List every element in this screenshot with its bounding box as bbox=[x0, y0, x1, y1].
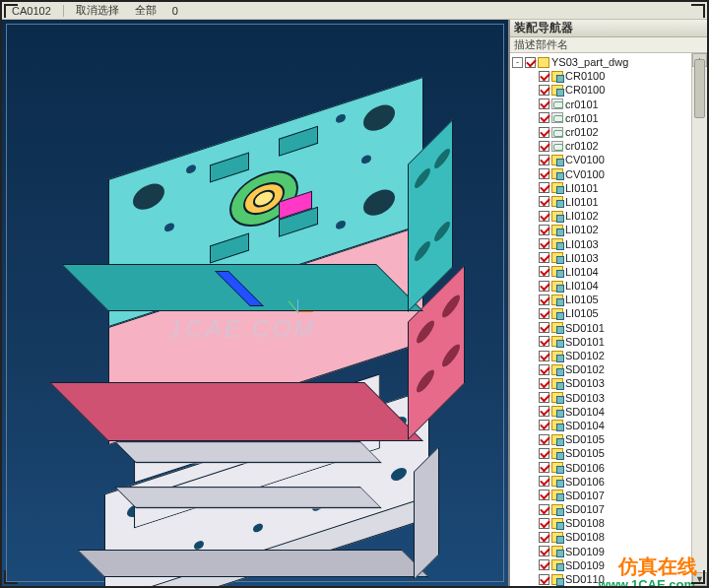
tree-node[interactable]: SD0107 bbox=[512, 502, 707, 516]
part-icon bbox=[551, 85, 563, 96]
visibility-checkbox[interactable] bbox=[539, 532, 549, 543]
tree-node-label: LI0105 bbox=[565, 307, 599, 319]
tree-node[interactable]: cr0101 bbox=[512, 98, 707, 111]
visibility-checkbox[interactable] bbox=[539, 351, 549, 361]
tree-root-node[interactable]: -YS03_part_dwg bbox=[512, 55, 707, 69]
visibility-checkbox[interactable] bbox=[539, 252, 549, 263]
tree-node-label: cr0101 bbox=[565, 98, 599, 110]
tree-node-label: LI0102 bbox=[565, 210, 599, 222]
tree-node[interactable]: SD0105 bbox=[512, 446, 707, 460]
expand-toggle-icon[interactable]: - bbox=[512, 57, 523, 68]
a-plate[interactable] bbox=[108, 89, 423, 305]
visibility-checkbox[interactable] bbox=[539, 462, 549, 473]
visibility-checkbox[interactable] bbox=[539, 211, 549, 222]
visibility-checkbox[interactable] bbox=[539, 238, 549, 249]
tree-node[interactable]: LI0102 bbox=[512, 209, 707, 223]
visibility-checkbox[interactable] bbox=[539, 196, 549, 207]
visibility-checkbox[interactable] bbox=[539, 546, 549, 556]
tree-node[interactable]: SD0108 bbox=[512, 516, 707, 530]
frame-corner-icon bbox=[691, 4, 705, 18]
visibility-checkbox[interactable] bbox=[539, 112, 549, 123]
visibility-checkbox[interactable] bbox=[539, 168, 549, 179]
visibility-checkbox[interactable] bbox=[539, 518, 549, 529]
toolbar-deselect-button[interactable]: 取消选择 bbox=[72, 3, 123, 18]
tree-node[interactable]: SD0107 bbox=[512, 489, 707, 502]
tree-node-label: SD0104 bbox=[565, 406, 605, 418]
visibility-checkbox[interactable] bbox=[539, 364, 549, 375]
expand-toggle-icon bbox=[526, 281, 537, 292]
tree-node[interactable]: LI0104 bbox=[512, 279, 707, 293]
visibility-checkbox[interactable] bbox=[539, 294, 549, 305]
visibility-checkbox[interactable] bbox=[525, 57, 536, 68]
model-assembly[interactable] bbox=[51, 69, 445, 522]
tree-node[interactable]: CV0100 bbox=[512, 153, 707, 166]
expand-toggle-icon bbox=[526, 532, 537, 543]
tree-node[interactable]: SD0102 bbox=[512, 362, 707, 376]
visibility-checkbox[interactable] bbox=[539, 420, 549, 430]
visibility-checkbox[interactable] bbox=[539, 490, 549, 500]
expand-toggle-icon bbox=[526, 196, 537, 207]
assembly-navigator-column-header[interactable]: 描述部件名 bbox=[510, 37, 707, 53]
expand-toggle-icon bbox=[526, 462, 537, 473]
visibility-checkbox[interactable] bbox=[539, 574, 549, 585]
visibility-checkbox[interactable] bbox=[539, 434, 549, 445]
tree-node[interactable]: SD0106 bbox=[512, 475, 707, 489]
tree-node[interactable]: LI0103 bbox=[512, 236, 707, 250]
visibility-checkbox[interactable] bbox=[539, 225, 549, 235]
tree-node[interactable]: SD0102 bbox=[512, 349, 707, 362]
graphics-viewport[interactable]: 1CAE.COM bbox=[2, 20, 508, 586]
visibility-checkbox[interactable] bbox=[539, 85, 549, 96]
visibility-checkbox[interactable] bbox=[539, 392, 549, 403]
visibility-checkbox[interactable] bbox=[539, 406, 549, 417]
tree-node[interactable]: cr0102 bbox=[512, 125, 707, 139]
toolbar-scope-button[interactable]: 全部 bbox=[131, 3, 161, 18]
visibility-checkbox[interactable] bbox=[539, 155, 549, 165]
tree-node[interactable]: LI0103 bbox=[512, 251, 707, 265]
tree-node[interactable]: LI0102 bbox=[512, 223, 707, 236]
tree-node[interactable]: CV0100 bbox=[512, 167, 707, 181]
tree-node[interactable]: LI0104 bbox=[512, 265, 707, 279]
tree-node[interactable]: SD0106 bbox=[512, 460, 707, 474]
tree-node[interactable]: LI0105 bbox=[512, 306, 707, 320]
visibility-checkbox[interactable] bbox=[539, 378, 549, 389]
visibility-checkbox[interactable] bbox=[539, 98, 549, 109]
visibility-checkbox[interactable] bbox=[539, 182, 549, 193]
scroll-thumb[interactable] bbox=[694, 59, 705, 118]
tree-node[interactable]: SD0101 bbox=[512, 321, 707, 335]
assembly-tree[interactable]: -YS03_part_dwgCR0100CR0100cr0101cr0101cr… bbox=[510, 53, 707, 586]
tree-node[interactable]: SD0104 bbox=[512, 405, 707, 419]
tree-node[interactable]: SD0101 bbox=[512, 335, 707, 349]
visibility-checkbox[interactable] bbox=[539, 266, 549, 277]
navigator-scrollbar[interactable]: ▲ ▼ bbox=[691, 53, 707, 586]
visibility-checkbox[interactable] bbox=[539, 504, 549, 515]
linked-part-icon bbox=[551, 127, 563, 138]
visibility-checkbox[interactable] bbox=[539, 476, 549, 487]
visibility-checkbox[interactable] bbox=[539, 559, 549, 570]
tree-node[interactable]: CR0100 bbox=[512, 83, 707, 97]
visibility-checkbox[interactable] bbox=[539, 308, 549, 319]
visibility-checkbox[interactable] bbox=[539, 322, 549, 333]
tree-node[interactable]: cr0102 bbox=[512, 139, 707, 153]
visibility-checkbox[interactable] bbox=[539, 281, 549, 292]
visibility-checkbox[interactable] bbox=[539, 141, 549, 152]
tree-node[interactable]: LI0101 bbox=[512, 181, 707, 195]
watermark-brand-cn: 仿真在线 bbox=[618, 555, 697, 577]
tree-node[interactable]: SD0104 bbox=[512, 419, 707, 432]
tree-node[interactable]: LI0105 bbox=[512, 293, 707, 306]
visibility-checkbox[interactable] bbox=[539, 127, 549, 138]
tree-node[interactable]: cr0101 bbox=[512, 111, 707, 125]
tree-node[interactable]: SD0105 bbox=[512, 432, 707, 446]
tree-node[interactable]: LI0101 bbox=[512, 195, 707, 209]
linked-part-icon bbox=[551, 112, 563, 123]
tree-node[interactable]: CR0100 bbox=[512, 69, 707, 83]
part-icon bbox=[551, 238, 563, 249]
visibility-checkbox[interactable] bbox=[539, 336, 549, 347]
tree-node[interactable]: SD0103 bbox=[512, 391, 707, 405]
tree-node[interactable]: SD0108 bbox=[512, 530, 707, 544]
tree-node[interactable]: SD0103 bbox=[512, 376, 707, 390]
visibility-checkbox[interactable] bbox=[539, 71, 549, 82]
watermark-brand: 仿真在线 bbox=[618, 554, 697, 580]
visibility-checkbox[interactable] bbox=[539, 448, 549, 459]
expand-toggle-icon bbox=[526, 420, 537, 430]
expand-toggle-icon bbox=[526, 448, 537, 459]
